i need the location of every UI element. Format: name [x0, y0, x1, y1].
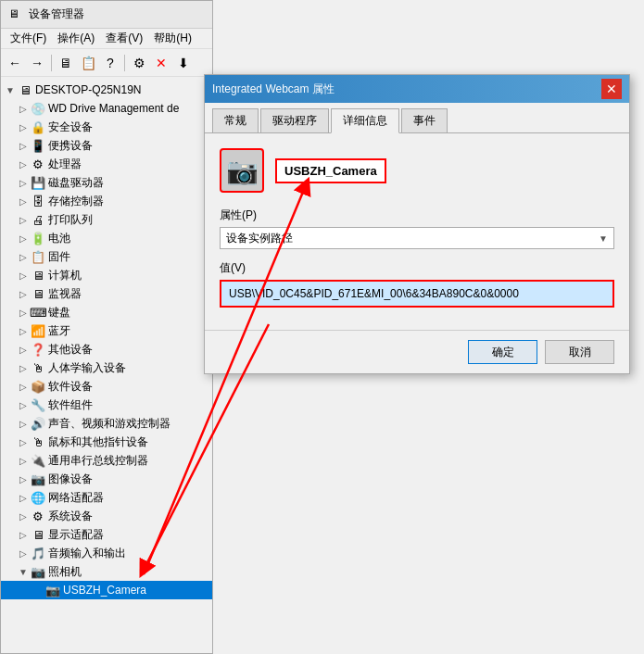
help-button[interactable]: ? — [100, 53, 120, 73]
root-node[interactable]: ▼ 🖥 DESKTOP-Q25N19N — [1, 81, 212, 99]
camera-category[interactable]: ▼ 📷 照相机 — [1, 562, 212, 581]
list-item[interactable]: ▷ 📶 蓝牙 — [1, 321, 212, 340]
tab-driver[interactable]: 驱动程序 — [260, 108, 329, 132]
category-label: 固件 — [48, 249, 70, 265]
category-icon: 🔌 — [31, 453, 45, 468]
category-label: 人体学输入设备 — [48, 360, 126, 376]
list-item[interactable]: ▷ 📋 固件 — [1, 247, 212, 266]
tab-details[interactable]: 详细信息 — [331, 108, 399, 133]
device-display-name: USBZH_Camera — [284, 164, 377, 178]
list-item[interactable]: ▷ 📦 软件设备 — [1, 377, 212, 396]
list-item[interactable]: ▷ ⌨ 键盘 — [1, 303, 212, 321]
category-label: 通用串行总线控制器 — [48, 453, 148, 469]
title-bar: 🖥 设备管理器 — [1, 1, 212, 29]
cancel-button[interactable]: 取消 — [545, 340, 614, 364]
dialog-close-button[interactable]: ✕ — [601, 79, 622, 99]
list-item[interactable]: ▷ 📷 图像设备 — [1, 470, 212, 488]
category-icon: ⚙ — [31, 157, 45, 171]
expand-icon: ▷ — [16, 434, 31, 449]
category-icon: 📷 — [31, 472, 45, 486]
list-item[interactable]: ▷ 📱 便携设备 — [1, 136, 212, 155]
list-item[interactable]: ▷ 🔋 电池 — [1, 229, 212, 247]
category-icon: 💿 — [31, 101, 45, 116]
menu-help[interactable]: 帮助(H) — [148, 29, 197, 48]
expand-icon: ▷ — [16, 490, 31, 505]
category-label: 磁盘驱动器 — [48, 175, 104, 191]
scan-button[interactable]: ⬇ — [173, 53, 194, 73]
category-icon: ⚙ — [31, 509, 45, 523]
expand-icon: ▼ — [16, 564, 31, 579]
category-label: 电池 — [48, 231, 70, 246]
list-item[interactable]: ▷ 🔒 安全设备 — [1, 118, 212, 136]
list-item[interactable]: ▷ 🌐 网络适配器 — [1, 488, 212, 507]
category-label: 软件设备 — [48, 379, 93, 395]
list-item[interactable]: ▷ 💾 磁盘驱动器 — [1, 173, 212, 192]
expand-icon: ▷ — [16, 268, 31, 283]
expand-icon: ▷ — [16, 138, 31, 153]
list-item[interactable]: ▷ 🖱 鼠标和其他指针设备 — [1, 433, 212, 451]
list-item[interactable]: ▷ 🔧 软件组件 — [1, 396, 212, 414]
value-section-label: 值(V) — [220, 260, 614, 276]
usbzh-camera-item[interactable]: 📷 USBZH_Camera — [1, 581, 212, 599]
category-label: 鼠标和其他指针设备 — [48, 434, 148, 450]
property-dropdown[interactable]: 设备实例路径 ▼ — [220, 227, 614, 249]
category-label: 打印队列 — [48, 212, 93, 228]
properties-dialog: Integrated Webcam 属性 ✕ 常规 驱动程序 详细信息 事件 📷… — [204, 74, 630, 374]
expand-icon: ▷ — [16, 472, 31, 486]
list-item[interactable]: ▷ ⚙ 系统设备 — [1, 507, 212, 525]
tab-events[interactable]: 事件 — [401, 108, 448, 132]
category-label: 照相机 — [48, 564, 82, 580]
category-icon: ❓ — [31, 342, 45, 357]
computer-icon: 🖥 — [18, 82, 32, 97]
list-item[interactable]: ▷ 🖱 人体学输入设备 — [1, 358, 212, 377]
device-header: 📷 USBZH_Camera — [220, 148, 614, 193]
back-button[interactable]: ← — [5, 53, 25, 73]
root-label: DESKTOP-Q25N19N — [35, 83, 142, 96]
category-label: 显示适配器 — [48, 527, 104, 543]
property-section-label: 属性(P) — [220, 208, 614, 223]
manage-button[interactable]: 📋 — [78, 53, 98, 73]
dialog-footer: 确定 取消 — [205, 330, 629, 373]
category-label: 声音、视频和游戏控制器 — [48, 416, 170, 432]
expand-icon: ▷ — [16, 453, 31, 468]
list-item[interactable]: ▷ 🖥 监视器 — [1, 284, 212, 303]
list-item[interactable]: ▷ 🎵 音频输入和输出 — [1, 544, 212, 562]
dialog-content: 📷 USBZH_Camera 属性(P) 设备实例路径 ▼ 值(V) USB\V… — [205, 133, 629, 322]
expand-icon: ▷ — [16, 527, 31, 542]
toolbar-separator — [51, 55, 52, 71]
computer-button[interactable]: 🖥 — [56, 53, 76, 73]
list-item[interactable]: ▷ ⚙ 处理器 — [1, 155, 212, 173]
category-icon: 🖱 — [31, 360, 45, 375]
toolbar-separator-2 — [124, 55, 125, 71]
ok-button[interactable]: 确定 — [468, 340, 537, 364]
category-label: 计算机 — [48, 268, 82, 283]
list-item[interactable]: ▷ 🗄 存储控制器 — [1, 192, 212, 210]
list-item[interactable]: ▷ 🔊 声音、视频和游戏控制器 — [1, 414, 212, 433]
tree-pane: ▼ 🖥 DESKTOP-Q25N19N ▷ 💿 WD Drive Managem… — [1, 77, 212, 653]
category-label: 音频输入和输出 — [48, 546, 126, 561]
category-label: 网络适配器 — [48, 490, 104, 506]
list-item[interactable]: ▷ 🔌 通用串行总线控制器 — [1, 451, 212, 470]
list-item[interactable]: ▷ ❓ 其他设备 — [1, 340, 212, 358]
forward-button[interactable]: → — [27, 53, 47, 73]
list-item[interactable]: ▷ 🖨 打印队列 — [1, 210, 212, 229]
properties-button[interactable]: ⚙ — [129, 53, 149, 73]
category-label: 键盘 — [48, 305, 70, 321]
delete-button[interactable]: ✕ — [151, 53, 171, 73]
menu-view[interactable]: 查看(V) — [100, 29, 148, 48]
menu-file[interactable]: 文件(F) — [5, 29, 52, 48]
category-label: 监视器 — [48, 286, 82, 302]
expand-icon: ▷ — [16, 212, 31, 227]
expand-icon: ▷ — [16, 416, 31, 431]
expand-icon: ▷ — [16, 194, 31, 208]
tab-general[interactable]: 常规 — [212, 108, 259, 132]
list-item[interactable]: ▷ 🖥 计算机 — [1, 266, 212, 284]
list-item[interactable]: ▷ 🖥 显示适配器 — [1, 525, 212, 544]
list-item[interactable]: ▷ 💿 WD Drive Management de — [1, 99, 212, 118]
category-icon: 🖥 — [31, 268, 45, 283]
category-label: 便携设备 — [48, 138, 93, 154]
category-icon: 🎵 — [31, 546, 45, 560]
expand-icon: ▷ — [16, 323, 31, 338]
category-label: WD Drive Management de — [48, 102, 179, 115]
menu-action[interactable]: 操作(A) — [52, 29, 100, 48]
